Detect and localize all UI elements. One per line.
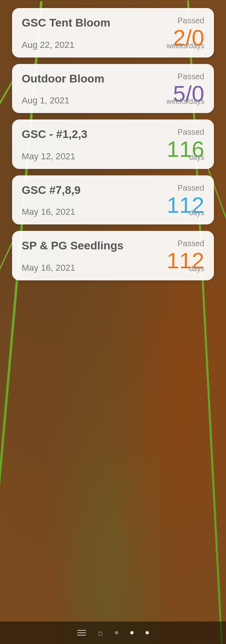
card-passed-1: Passed [177, 16, 204, 25]
card-bottom-4: May 16, 2021 days [22, 204, 204, 218]
card-unit-1: weeks/days [166, 42, 204, 50]
card-title-1: GSC Tent Bloom [22, 16, 166, 30]
card-gsc-123[interactable]: GSC - #1,2,3 Passed 116 May 12, 2021 day… [12, 119, 214, 169]
card-date-1: Aug 22, 2021 [22, 40, 74, 50]
card-title-2: Outdoor Bloom [22, 72, 166, 86]
card-passed-4: Passed [177, 183, 204, 193]
card-title-3: GSC - #1,2,3 [22, 128, 160, 141]
card-sp-pg-seedlings[interactable]: SP & PG Seedlings Passed 112 May 16, 202… [12, 231, 214, 280]
card-gsc-789[interactable]: GSC #7,8,9 Passed 112 May 16, 2021 days [12, 175, 214, 225]
card-bottom-3: May 12, 2021 days [22, 148, 204, 162]
card-bottom-1: Aug 22, 2021 weeks/days [22, 36, 204, 50]
card-date-2: Aug 1, 2021 [22, 95, 70, 106]
card-title-4: GSC #7,8,9 [22, 183, 160, 197]
card-bottom-2: Aug 1, 2021 weeks/days [22, 92, 204, 106]
card-date-4: May 16, 2021 [22, 207, 75, 217]
nav-bar: ⌂ [0, 621, 226, 644]
home-icon[interactable]: ⌂ [98, 628, 103, 638]
card-passed-2: Passed [177, 72, 204, 81]
nav-dot-3[interactable] [146, 631, 149, 634]
nav-dot-2[interactable] [130, 631, 134, 634]
card-date-3: May 12, 2021 [22, 151, 75, 162]
nav-dot-1[interactable] [115, 631, 118, 634]
card-title-5: SP & PG Seedlings [22, 239, 160, 253]
card-unit-5: days [189, 265, 204, 273]
card-date-5: May 16, 2021 [22, 263, 75, 273]
card-passed-3: Passed [177, 128, 204, 137]
card-unit-2: weeks/days [166, 97, 204, 106]
card-unit-3: days [189, 153, 204, 162]
hamburger-icon[interactable] [77, 630, 86, 636]
card-bottom-5: May 16, 2021 days [22, 259, 204, 273]
card-unit-4: days [189, 209, 204, 217]
cards-container: GSC Tent Bloom Passed 2/0 Aug 22, 2021 w… [0, 0, 226, 288]
card-outdoor-bloom[interactable]: Outdoor Bloom Passed 5/0 Aug 1, 2021 wee… [12, 64, 214, 113]
card-passed-5: Passed [177, 239, 204, 248]
card-gsc-tent-bloom[interactable]: GSC Tent Bloom Passed 2/0 Aug 22, 2021 w… [12, 8, 214, 58]
